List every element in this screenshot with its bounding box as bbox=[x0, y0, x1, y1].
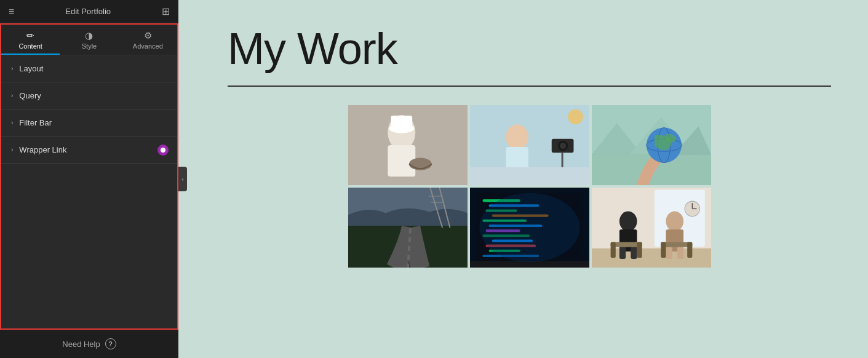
svg-rect-51 bbox=[592, 249, 711, 268]
grid-item-code[interactable] bbox=[470, 188, 589, 268]
chevron-right-icon-4: › bbox=[11, 146, 13, 153]
tab-content[interactable]: ✏ Content bbox=[1, 25, 60, 55]
svg-rect-61 bbox=[610, 242, 615, 258]
wrapper-link-badge bbox=[157, 145, 169, 156]
style-icon: ◑ bbox=[85, 31, 93, 40]
need-help-label: Need Help bbox=[62, 340, 100, 349]
chevron-right-icon-3: › bbox=[11, 119, 13, 126]
accordion-item-wrapper-link: › Wrapper Link bbox=[1, 137, 177, 164]
tab-content-label: Content bbox=[18, 42, 42, 50]
grid-item-presenter[interactable] bbox=[470, 105, 589, 185]
svg-point-12 bbox=[560, 143, 566, 149]
svg-point-5 bbox=[389, 123, 414, 133]
accordion-label-query: Query bbox=[19, 91, 41, 100]
sidebar: ≡ Edit Portfolio ⊞ ✏ Content ◑ Style ⚙ A… bbox=[0, 0, 178, 358]
portfolio-grid bbox=[348, 105, 711, 268]
panel-bordered: ✏ Content ◑ Style ⚙ Advanced › Layout bbox=[0, 23, 178, 330]
main-content: My Work bbox=[178, 0, 868, 358]
svg-point-56 bbox=[666, 212, 683, 232]
svg-point-52 bbox=[619, 212, 637, 232]
accordion-label-layout: Layout bbox=[19, 64, 43, 73]
sidebar-title: Edit Portfolio bbox=[14, 7, 162, 16]
svg-point-15 bbox=[568, 109, 583, 125]
tab-style-label: Style bbox=[82, 42, 97, 50]
svg-point-8 bbox=[506, 124, 528, 149]
svg-point-47 bbox=[479, 193, 579, 262]
sidebar-footer[interactable]: Need Help ? bbox=[0, 330, 178, 358]
accordion-header-query[interactable]: › Query bbox=[1, 82, 177, 109]
apps-grid-icon[interactable]: ⊞ bbox=[162, 6, 170, 17]
advanced-icon: ⚙ bbox=[144, 31, 152, 40]
svg-rect-64 bbox=[661, 242, 666, 258]
hamburger-icon[interactable]: ≡ bbox=[9, 6, 14, 17]
page-title: My Work bbox=[228, 25, 831, 73]
tab-style[interactable]: ◑ Style bbox=[60, 25, 118, 55]
tab-advanced[interactable]: ⚙ Advanced bbox=[119, 25, 177, 55]
grid-item-chef[interactable] bbox=[348, 105, 468, 185]
accordion-label-filter-bar: Filter Bar bbox=[19, 118, 52, 127]
tab-advanced-label: Advanced bbox=[133, 42, 163, 50]
content-icon: ✏ bbox=[26, 31, 34, 40]
chevron-right-icon-2: › bbox=[11, 92, 13, 99]
svg-rect-16 bbox=[470, 167, 589, 185]
grid-item-globe[interactable] bbox=[592, 105, 711, 185]
tabs-bar: ✏ Content ◑ Style ⚙ Advanced bbox=[1, 25, 177, 55]
badge-dot bbox=[161, 148, 165, 153]
grid-item-road[interactable] bbox=[348, 188, 468, 268]
accordion-header-wrapper-link[interactable]: › Wrapper Link bbox=[1, 137, 177, 163]
help-circle-icon: ? bbox=[105, 338, 116, 349]
svg-rect-62 bbox=[637, 242, 642, 258]
accordion-item-query: › Query bbox=[1, 82, 177, 109]
accordion-header-filter-bar[interactable]: › Filter Bar bbox=[1, 109, 177, 136]
collapse-sidebar-handle[interactable]: ‹ bbox=[178, 167, 187, 191]
title-divider bbox=[228, 86, 831, 87]
chevron-right-icon: › bbox=[11, 65, 13, 72]
svg-rect-65 bbox=[687, 242, 692, 258]
accordion-header-layout[interactable]: › Layout bbox=[1, 55, 177, 82]
accordion-item-filter-bar: › Filter Bar bbox=[1, 109, 177, 137]
accordion-item-layout: › Layout bbox=[1, 55, 177, 82]
accordion-label-wrapper-link: Wrapper Link bbox=[19, 145, 66, 154]
grid-item-chairs[interactable] bbox=[592, 188, 711, 268]
sidebar-header: ≡ Edit Portfolio ⊞ bbox=[0, 0, 178, 23]
accordion-sections: › Layout › Query › Filter Bar › Wr bbox=[1, 55, 177, 328]
